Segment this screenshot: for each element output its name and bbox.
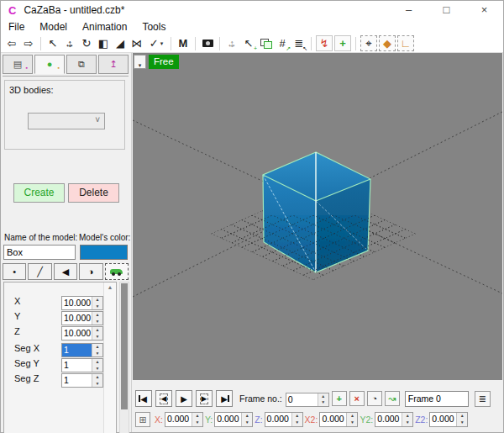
spin-up-icon[interactable]: [92, 359, 102, 366]
view-mode-badge[interactable]: Free: [149, 55, 179, 69]
y-spinner[interactable]: 0.000: [214, 412, 253, 427]
spin-up-icon[interactable]: [92, 344, 102, 351]
spin-down-icon[interactable]: [192, 420, 202, 426]
play-button[interactable]: ▶: [176, 390, 192, 407]
grid-snap-icon[interactable]: #↗: [274, 35, 291, 51]
y2-spinner[interactable]: 0.000: [375, 412, 413, 427]
snap-cursor-icon[interactable]: ↖+: [240, 35, 257, 51]
center-view-icon[interactable]: ⌖: [360, 35, 377, 51]
spin-up-icon[interactable]: [292, 413, 302, 420]
spin-down-icon[interactable]: [92, 351, 102, 357]
param-segy-spinner[interactable]: 1: [61, 358, 103, 372]
tab-hierarchy[interactable]: ↥: [98, 55, 129, 74]
viewport-menu-button[interactable]: [134, 55, 146, 69]
prev-frame-button[interactable]: ◀: [155, 390, 172, 407]
spin-down-icon[interactable]: [92, 319, 102, 325]
redo-icon[interactable]: ⇨: [20, 35, 37, 51]
outer-vertical-scrollbar[interactable]: [119, 282, 129, 433]
frame-no-spinner[interactable]: 0: [286, 393, 329, 407]
move-object-icon[interactable]: ↔↕: [223, 35, 240, 51]
spin-down-icon[interactable]: [92, 334, 102, 341]
apply-check-icon[interactable]: ✓▾: [145, 35, 167, 51]
menu-animation[interactable]: Animation: [75, 21, 134, 33]
spin-down-icon[interactable]: [242, 420, 252, 426]
model-name-input[interactable]: [3, 245, 76, 260]
param-segz-spinner[interactable]: 1: [61, 373, 103, 388]
undo-icon[interactable]: ⇦: [3, 35, 20, 51]
spin-up-icon[interactable]: [318, 393, 328, 400]
object-list-icon[interactable]: ≣↖: [291, 35, 307, 51]
rotate-tool-icon[interactable]: ↻: [78, 35, 95, 51]
cube-model[interactable]: [263, 152, 370, 272]
frame-list-button[interactable]: ≣: [475, 391, 491, 407]
spin-down-icon[interactable]: [318, 399, 328, 406]
maximize-button[interactable]: □: [428, 1, 465, 19]
panel-vertical-scrollbar[interactable]: ▲▼: [103, 283, 116, 433]
axes-view-icon[interactable]: ∟: [397, 35, 414, 51]
add-keyframe-button[interactable]: +: [332, 391, 347, 406]
add-element-icon[interactable]: +: [334, 35, 351, 51]
measure-tool-icon[interactable]: M: [175, 35, 192, 51]
z-spinner[interactable]: 0.000: [265, 412, 303, 427]
create-button[interactable]: Create: [13, 183, 65, 203]
timing-button[interactable]: ◔: [367, 391, 382, 406]
frame-name-input[interactable]: [405, 391, 469, 407]
shading-tool[interactable]: ◑: [79, 263, 102, 280]
spin-down-icon[interactable]: [402, 420, 412, 426]
spin-up-icon[interactable]: [347, 413, 357, 420]
select-tool-icon[interactable]: ↖: [45, 35, 61, 51]
x-spinner[interactable]: 0.000: [165, 412, 203, 427]
minimize-button[interactable]: –: [390, 1, 428, 19]
spin-up-icon[interactable]: [242, 413, 252, 420]
viewport[interactable]: Free: [133, 53, 502, 380]
point-tool[interactable]: •: [3, 263, 26, 280]
x2-spinner[interactable]: 0.000: [319, 412, 358, 427]
menu-tools[interactable]: Tools: [134, 21, 173, 33]
refresh-anim-icon[interactable]: ↯: [316, 35, 333, 51]
close-button[interactable]: ×: [465, 1, 503, 19]
scrollbar-thumb[interactable]: [121, 283, 128, 409]
first-frame-button[interactable]: ◀: [135, 390, 152, 407]
z2-spinner[interactable]: 0.000: [429, 412, 468, 427]
bodies-select[interactable]: [28, 113, 105, 129]
menu-file[interactable]: File: [1, 21, 32, 33]
paint-tool-icon[interactable]: ◢: [112, 35, 129, 51]
tab-3d-bodies[interactable]: ●▪: [34, 55, 65, 74]
spin-down-icon[interactable]: [347, 420, 357, 426]
fill-tool-icon[interactable]: ◧: [95, 35, 112, 51]
spin-down-icon[interactable]: [92, 381, 102, 388]
line-tool[interactable]: ╱: [28, 263, 51, 280]
move-tool-icon[interactable]: ↔↕: [61, 35, 78, 51]
mirror-tool-icon[interactable]: ⋈: [129, 35, 145, 51]
spin-up-icon[interactable]: [92, 327, 102, 334]
param-y-spinner[interactable]: 10.000: [61, 311, 103, 325]
polygon-tool[interactable]: ◀: [54, 263, 77, 280]
fit-object-icon[interactable]: ◆: [379, 35, 396, 51]
param-segx-spinner[interactable]: 1: [61, 343, 103, 357]
param-x-spinner[interactable]: 10.000: [61, 296, 103, 310]
delete-button[interactable]: Delete: [68, 183, 119, 203]
camera-icon[interactable]: [199, 35, 216, 51]
keyframe-position-button[interactable]: ⊞: [135, 412, 150, 427]
spin-up-icon[interactable]: [402, 413, 412, 420]
tab-2d-shapes[interactable]: ⧉: [66, 55, 97, 74]
spin-down-icon[interactable]: [457, 420, 467, 426]
model-color-swatch[interactable]: [80, 245, 128, 260]
spin-up-icon[interactable]: [92, 312, 102, 319]
last-frame-button[interactable]: ▶: [216, 390, 233, 407]
spin-up-icon[interactable]: [92, 297, 102, 304]
tab-scene[interactable]: ▤▪: [3, 55, 33, 74]
spin-down-icon[interactable]: [92, 366, 102, 372]
param-z-spinner[interactable]: 10.000: [61, 326, 103, 341]
spin-up-icon[interactable]: [92, 374, 102, 381]
menu-model[interactable]: Model: [32, 21, 75, 33]
spin-down-icon[interactable]: [292, 420, 302, 426]
solid-tool[interactable]: [105, 263, 129, 280]
spin-up-icon[interactable]: [192, 413, 202, 420]
delete-keyframe-button[interactable]: ×: [349, 391, 365, 406]
spin-up-icon[interactable]: [457, 413, 467, 420]
interpolation-button[interactable]: ↝: [385, 391, 400, 406]
next-frame-button[interactable]: ▶: [196, 390, 213, 407]
spin-down-icon[interactable]: [92, 304, 102, 310]
scroll-up-icon[interactable]: ▲: [104, 284, 116, 290]
